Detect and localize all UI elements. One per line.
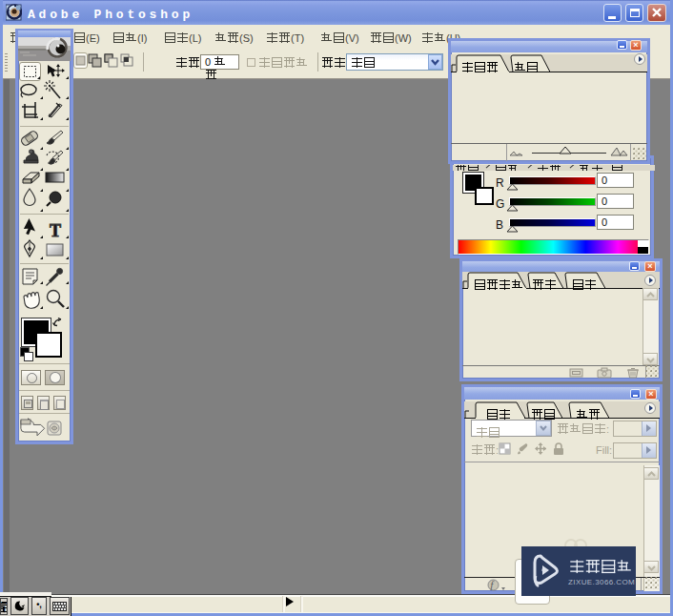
- svg-text:T: T: [50, 221, 61, 240]
